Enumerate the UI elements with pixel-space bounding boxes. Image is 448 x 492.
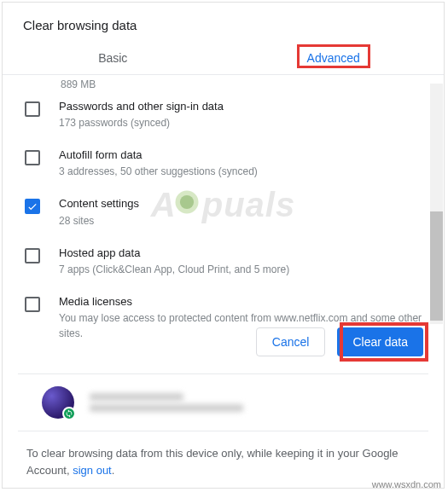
option-title: Autofill form data — [59, 148, 423, 163]
checkbox-content-settings[interactable] — [25, 199, 40, 214]
tab-advanced-label: Advanced — [307, 51, 360, 65]
truncated-size: 889 MB — [23, 75, 423, 90]
option-passwords[interactable]: Passwords and other sign-in data 173 pas… — [23, 90, 423, 139]
dialog-title: Clear browsing data — [3, 3, 444, 41]
option-title: Media licenses — [59, 294, 423, 310]
checkbox-passwords[interactable] — [25, 101, 40, 117]
footer-tail: . — [112, 464, 115, 477]
option-hosted-app[interactable]: Hosted app data 7 apps (Click&Clean App,… — [23, 237, 423, 286]
options-list: 889 MB Passwords and other sign-in data … — [3, 75, 444, 314]
tabs: Basic Advanced — [3, 41, 444, 75]
option-sub: 7 apps (Click&Clean App, Cloud Print, an… — [59, 262, 423, 277]
tab-advanced[interactable]: Advanced — [224, 41, 445, 75]
footer-note: To clear browsing data from this device … — [3, 431, 444, 478]
sync-badge-icon — [62, 407, 76, 420]
avatar — [42, 386, 74, 419]
source-url: www.wsxdn.com — [372, 479, 441, 489]
check-icon — [26, 200, 38, 212]
tab-basic[interactable]: Basic — [3, 41, 224, 75]
clear-data-button[interactable]: Clear data — [337, 327, 423, 356]
option-content-settings[interactable]: Content settings 28 sites — [23, 188, 423, 236]
option-title: Passwords and other sign-in data — [59, 99, 423, 114]
option-title: Hosted app data — [59, 246, 423, 261]
option-sub: 173 passwords (synced) — [59, 115, 423, 130]
checkbox-autofill[interactable] — [25, 150, 40, 165]
checkbox-media-licenses[interactable] — [25, 297, 40, 312]
option-sub: 28 sites — [59, 213, 423, 229]
sign-out-link[interactable]: sign out — [73, 464, 112, 477]
cancel-button[interactable]: Cancel — [256, 327, 326, 356]
option-autofill[interactable]: Autofill form data 3 addresses, 50 other… — [23, 139, 423, 188]
profile-row — [18, 373, 428, 431]
dialog-buttons: Cancel Clear data — [3, 314, 444, 373]
option-title: Content settings — [59, 196, 423, 211]
option-sub: 3 addresses, 50 other suggestions (synce… — [59, 164, 423, 179]
checkbox-hosted-app[interactable] — [25, 248, 40, 263]
profile-text — [90, 390, 243, 415]
